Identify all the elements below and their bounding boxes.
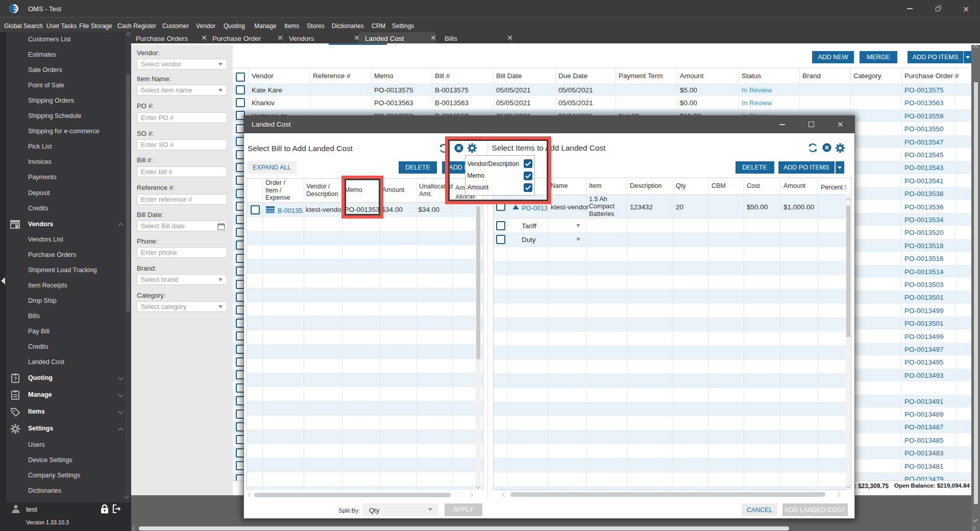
svg-text:?: ? <box>14 376 17 382</box>
